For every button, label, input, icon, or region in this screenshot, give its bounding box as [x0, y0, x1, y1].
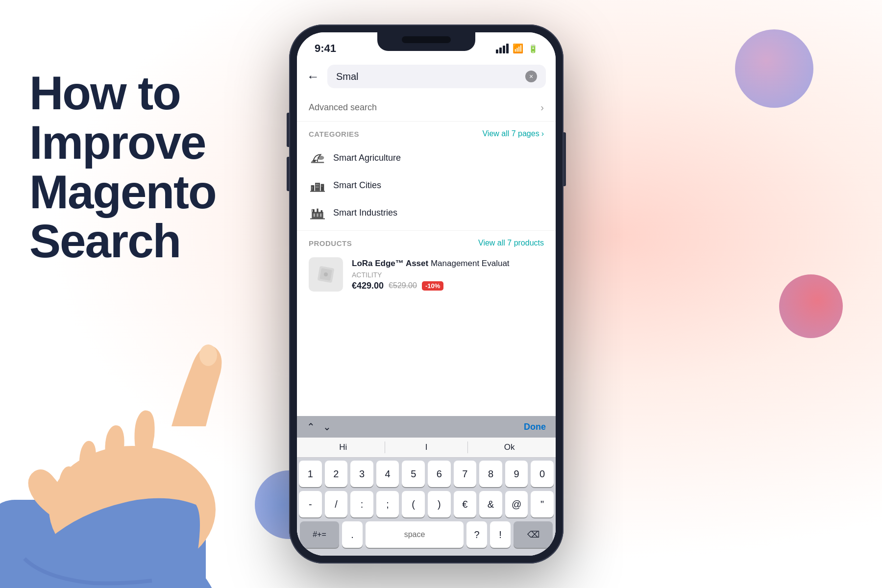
key-slash[interactable]: / [325, 491, 348, 517]
search-input-value: Smal [336, 71, 359, 82]
phone-notch-inner [402, 36, 451, 43]
svg-point-5 [318, 156, 324, 160]
svg-point-28 [324, 272, 328, 276]
blob-top-right [735, 29, 813, 108]
product-pricing: €429.00 €529.00 -10% [352, 281, 544, 291]
smart-agriculture-icon [309, 149, 326, 167]
product-item-lora-edge[interactable]: LoRa Edge™ Asset Management Evaluat ACTI… [309, 253, 544, 295]
key-semicolon[interactable]: ; [376, 491, 399, 517]
category-item-smart-industries[interactable]: Smart Industries [309, 199, 544, 226]
status-time: 9:41 [315, 42, 336, 55]
keyboard-toolbar: ⌃ ⌄ Done [297, 416, 556, 438]
categories-header: CATEGORIES View all 7 pages › [309, 129, 544, 138]
heading-line1: How to [29, 67, 180, 119]
product-brand: ACTILITY [352, 271, 544, 279]
categories-section: CATEGORIES View all 7 pages › [297, 122, 556, 231]
key-question[interactable]: ? [466, 521, 487, 548]
smart-cities-icon [309, 176, 326, 194]
heading-line3: Magento [29, 166, 216, 218]
key-7[interactable]: 7 [454, 461, 477, 487]
category-item-smart-agriculture[interactable]: Smart Agriculture [309, 144, 544, 172]
heading-line2: Improve [29, 116, 205, 169]
wifi-icon: 📶 [513, 43, 523, 54]
svg-rect-12 [316, 184, 317, 186]
search-input-box[interactable]: Smal × [327, 65, 546, 88]
key-8[interactable]: 8 [479, 461, 502, 487]
svg-rect-16 [321, 186, 322, 187]
key-quote[interactable]: " [531, 491, 554, 517]
phone-content: ← Smal × Advanced search › [297, 60, 556, 556]
hand-illustration [0, 245, 314, 588]
svg-rect-20 [317, 214, 318, 217]
keyboard-row-symbols: - / : ; ( ) € & @ " [299, 491, 554, 517]
price-current: €429.00 [352, 281, 384, 291]
price-old: €529.00 [389, 281, 417, 290]
view-all-chevron: › [541, 129, 544, 138]
key-2[interactable]: 2 [325, 461, 348, 487]
discount-badge: -10% [422, 281, 443, 291]
svg-rect-10 [312, 187, 313, 188]
product-info: LoRa Edge™ Asset Management Evaluat ACTI… [352, 258, 544, 291]
key-close-paren[interactable]: ) [428, 491, 451, 517]
keyboard-row-special: #+= . space ? ! ⌫ [299, 521, 554, 548]
key-colon[interactable]: : [350, 491, 373, 517]
key-exclamation[interactable]: ! [490, 521, 511, 548]
svg-rect-25 [310, 219, 325, 220]
keyboard-row-numbers: 1 2 3 4 5 6 7 8 9 0 [299, 461, 554, 487]
key-4[interactable]: 4 [376, 461, 399, 487]
key-6[interactable]: 6 [428, 461, 451, 487]
svg-rect-24 [321, 210, 322, 213]
key-0[interactable]: 0 [531, 461, 554, 487]
view-all-pages-link[interactable]: View all 7 pages › [482, 129, 544, 138]
svg-rect-22 [313, 209, 314, 213]
advanced-search-label: Advanced search [309, 102, 377, 113]
search-clear-button[interactable]: × [525, 71, 537, 82]
svg-rect-21 [320, 214, 321, 217]
smart-industries-label: Smart Industries [333, 208, 397, 218]
autocomplete-ok[interactable]: Ok [468, 442, 551, 452]
autocomplete-row: Hi I Ok [297, 438, 556, 458]
smart-cities-label: Smart Cities [333, 180, 381, 191]
phone-volume-up [287, 113, 289, 147]
product-name-rest: Management Evaluat [428, 259, 509, 268]
signal-icon [496, 44, 509, 53]
autocomplete-hi[interactable]: Hi [302, 442, 385, 452]
phone-power-button [564, 132, 566, 186]
advanced-search-row[interactable]: Advanced search › [297, 94, 556, 122]
keyboard-area: ⌃ ⌄ Done Hi I Ok [297, 416, 556, 556]
hand-svg [0, 255, 299, 588]
key-9[interactable]: 9 [505, 461, 528, 487]
key-open-paren[interactable]: ( [402, 491, 425, 517]
svg-rect-6 [311, 162, 324, 163]
key-period[interactable]: . [342, 521, 363, 548]
key-euro[interactable]: € [454, 491, 477, 517]
view-all-products-link[interactable]: View all 7 products [478, 239, 544, 247]
svg-rect-23 [317, 209, 318, 213]
phone-outer: 9:41 📶 🔋 [289, 24, 564, 564]
svg-rect-17 [310, 191, 325, 192]
keyboard-keys: 1 2 3 4 5 6 7 8 9 0 - [297, 458, 556, 556]
key-3[interactable]: 3 [350, 461, 373, 487]
battery-icon: 🔋 [528, 44, 538, 53]
smart-industries-icon [309, 204, 326, 221]
svg-point-3 [199, 344, 217, 366]
product-name-bold: LoRa Edge™ Asset [352, 259, 428, 268]
svg-rect-9 [321, 184, 324, 191]
key-at[interactable]: @ [505, 491, 528, 517]
back-button[interactable]: ← [307, 69, 319, 84]
key-5[interactable]: 5 [402, 461, 425, 487]
product-name: LoRa Edge™ Asset Management Evaluat [352, 258, 544, 270]
svg-rect-13 [318, 184, 318, 186]
phone-mockup: 9:41 📶 🔋 [289, 24, 564, 564]
key-space[interactable]: space [366, 521, 464, 548]
autocomplete-i[interactable]: I [385, 442, 468, 452]
keyboard-done-button[interactable]: Done [524, 422, 546, 432]
category-item-smart-cities[interactable]: Smart Cities [309, 172, 544, 199]
key-ampersand[interactable]: & [479, 491, 502, 517]
advanced-search-chevron: › [540, 102, 544, 113]
phone-screen: 9:41 📶 🔋 [297, 32, 556, 556]
products-title: PRODUCTS [309, 239, 352, 247]
nav-down-arrow[interactable]: ⌄ [323, 421, 331, 433]
svg-rect-7 [311, 185, 315, 191]
key-delete[interactable]: ⌫ [514, 521, 553, 548]
